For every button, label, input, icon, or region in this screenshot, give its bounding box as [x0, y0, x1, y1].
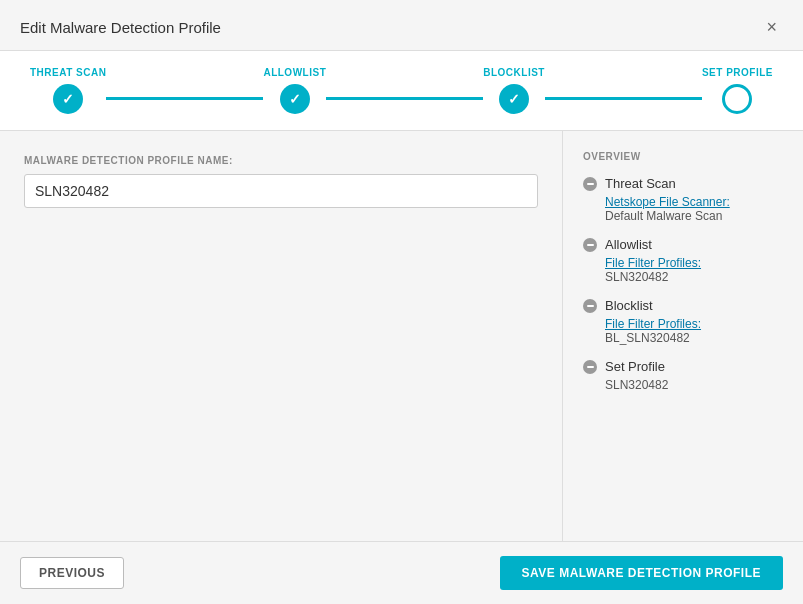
step-label-blocklist: BLOCKLIST: [483, 67, 545, 78]
step-label-allowlist: ALLOWLIST: [263, 67, 326, 78]
overview-sub-link-allowlist: File Filter Profiles:: [605, 256, 783, 270]
overview-sub-value-set-profile: SLN320482: [605, 378, 783, 392]
overview-item-allowlist: Allowlist: [583, 237, 783, 252]
overview-section-title-threat-scan: Threat Scan: [605, 176, 676, 191]
overview-sub-threat-scan: Netskope File Scanner: Default Malware S…: [583, 195, 783, 223]
step-allowlist: ALLOWLIST ✓: [263, 67, 326, 114]
previous-button[interactable]: PREVIOUS: [20, 557, 124, 589]
overview-section-set-profile: Set Profile SLN320482: [583, 359, 783, 392]
overview-section-title-allowlist: Allowlist: [605, 237, 652, 252]
checkmark-allowlist: ✓: [289, 91, 301, 107]
minus-icon-set-profile: [583, 360, 597, 374]
overview-section-blocklist: Blocklist File Filter Profiles: BL_SLN32…: [583, 298, 783, 345]
modal: Edit Malware Detection Profile × THREAT …: [0, 0, 803, 604]
overview-section-title-set-profile: Set Profile: [605, 359, 665, 374]
minus-icon-allowlist: [583, 238, 597, 252]
step-blocklist: BLOCKLIST ✓: [483, 67, 545, 114]
step-circle-threat-scan: ✓: [53, 84, 83, 114]
stepper-row: THREAT SCAN ✓ ALLOWLIST ✓ BLOCKLIST ✓: [30, 67, 773, 114]
overview-item-blocklist: Blocklist: [583, 298, 783, 313]
modal-header: Edit Malware Detection Profile ×: [0, 0, 803, 51]
overview-sub-blocklist: File Filter Profiles: BL_SLN320482: [583, 317, 783, 345]
checkmark-threat-scan: ✓: [62, 91, 74, 107]
overview-sub-value-threat-scan: Default Malware Scan: [605, 209, 783, 223]
overview-item-threat-scan: Threat Scan: [583, 176, 783, 191]
modal-footer: PREVIOUS SAVE MALWARE DETECTION PROFILE: [0, 541, 803, 604]
minus-icon-blocklist: [583, 299, 597, 313]
minus-icon-threat-scan: [583, 177, 597, 191]
overview-section-title-blocklist: Blocklist: [605, 298, 653, 313]
overview-sub-value-allowlist: SLN320482: [605, 270, 783, 284]
step-line-3: [545, 97, 702, 100]
step-circle-blocklist: ✓: [499, 84, 529, 114]
modal-body: MALWARE DETECTION PROFILE NAME: OVERVIEW…: [0, 131, 803, 541]
overview-sub-value-blocklist: BL_SLN320482: [605, 331, 783, 345]
overview-sub-set-profile: SLN320482: [583, 378, 783, 392]
overview-sub-allowlist: File Filter Profiles: SLN320482: [583, 256, 783, 284]
overview-title: OVERVIEW: [583, 151, 783, 162]
profile-name-label: MALWARE DETECTION PROFILE NAME:: [24, 155, 538, 166]
overview-sub-link-blocklist: File Filter Profiles:: [605, 317, 783, 331]
step-line-2: [326, 97, 483, 100]
step-circle-allowlist: ✓: [280, 84, 310, 114]
overview-sub-link-threat-scan: Netskope File Scanner:: [605, 195, 783, 209]
step-label-threat-scan: THREAT SCAN: [30, 67, 106, 78]
right-panel: OVERVIEW Threat Scan Netskope File Scann…: [563, 131, 803, 541]
step-circle-set-profile: [722, 84, 752, 114]
checkmark-blocklist: ✓: [508, 91, 520, 107]
overview-section-threat-scan: Threat Scan Netskope File Scanner: Defau…: [583, 176, 783, 223]
overview-item-set-profile: Set Profile: [583, 359, 783, 374]
left-panel: MALWARE DETECTION PROFILE NAME:: [0, 131, 563, 541]
modal-title: Edit Malware Detection Profile: [20, 19, 221, 36]
save-button[interactable]: SAVE MALWARE DETECTION PROFILE: [500, 556, 783, 590]
step-line-1: [106, 97, 263, 100]
close-button[interactable]: ×: [760, 16, 783, 38]
profile-name-input[interactable]: [24, 174, 538, 208]
overview-section-allowlist: Allowlist File Filter Profiles: SLN32048…: [583, 237, 783, 284]
step-threat-scan: THREAT SCAN ✓: [30, 67, 106, 114]
stepper: THREAT SCAN ✓ ALLOWLIST ✓ BLOCKLIST ✓: [0, 51, 803, 131]
step-label-set-profile: SET PROFILE: [702, 67, 773, 78]
step-set-profile: SET PROFILE: [702, 67, 773, 114]
